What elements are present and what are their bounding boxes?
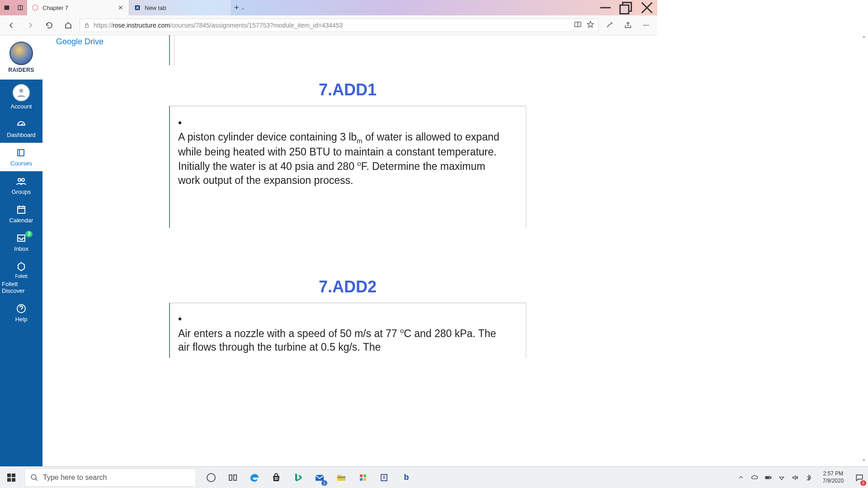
google-drive-link[interactable]: Google Drive	[56, 37, 104, 47]
svg-point-15	[19, 89, 24, 93]
problem-title: 7.ADD2	[169, 277, 526, 296]
minimize-button[interactable]	[595, 0, 616, 15]
titlebar-left: Chapter 7 ✕ New tab + ⌄	[0, 0, 247, 15]
follett-sublabel: Follett	[15, 274, 27, 279]
new-tab-button[interactable]: + ⌄	[231, 3, 247, 13]
lock-icon	[84, 22, 90, 28]
tab-new-tab[interactable]: New tab	[129, 0, 231, 15]
sidebar-item-label: Dashboard	[7, 131, 36, 138]
groups-icon	[15, 176, 28, 187]
problem-text: • Air enters a nozzle with a speed of 50…	[175, 312, 513, 354]
problem-box: • A piston cylinder device containing 3 …	[169, 106, 526, 228]
svg-rect-0	[5, 5, 9, 9]
url-actions	[574, 20, 594, 30]
page-content: RAIDERS Account Dashboard Courses Groups…	[0, 35, 657, 371]
browser-tabs: Chapter 7 ✕ New tab	[27, 0, 231, 15]
chevron-down-icon: ⌄	[241, 5, 245, 10]
sidebar-item-follett[interactable]: Follett Follett Discover	[0, 257, 42, 299]
home-button[interactable]	[61, 18, 76, 33]
tab-title: Chapter 7	[42, 5, 113, 11]
sidebar-item-label: Inbox	[14, 245, 28, 252]
svg-point-12	[643, 24, 644, 25]
newtab-favicon	[134, 4, 141, 11]
problem-card-1: 7.ADD1 • A piston cylinder device contai…	[169, 80, 526, 228]
tab-chapter-7[interactable]: Chapter 7 ✕	[27, 0, 129, 15]
sidebar-item-label: Help	[15, 316, 28, 323]
favorite-icon[interactable]	[586, 20, 594, 30]
svg-point-14	[647, 24, 648, 25]
browser-toolbar: https://rose.instructure.com/courses/784…	[0, 15, 657, 35]
restore-button[interactable]	[616, 0, 637, 15]
inbox-badge: 3	[25, 231, 33, 237]
tab-title: New tab	[145, 5, 226, 11]
sidebar-item-dashboard[interactable]: Dashboard	[0, 114, 42, 143]
plus-icon: +	[234, 3, 239, 13]
sidebar-item-inbox[interactable]: 3 Inbox	[0, 228, 42, 257]
sidebar-item-account[interactable]: Account	[0, 80, 42, 114]
share-icon[interactable]	[620, 18, 636, 33]
problem-body: Air enters a nozzle with a speed of 50 m…	[178, 326, 502, 354]
sidebar-item-help[interactable]: Help	[0, 299, 42, 323]
svg-rect-9	[85, 25, 89, 27]
document-column: 7.ADD1 • A piston cylinder device contai…	[169, 35, 526, 358]
sidebar-item-label: Calendar	[9, 217, 33, 224]
svg-point-2	[33, 5, 38, 10]
more-icon[interactable]	[638, 18, 654, 33]
bullet-icon: •	[178, 312, 186, 326]
svg-point-17	[18, 178, 21, 181]
window-controls	[595, 0, 657, 15]
svg-point-18	[22, 178, 24, 181]
address-bar[interactable]: https://rose.instructure.com/courses/784…	[80, 19, 599, 32]
problem-body: A piston cylinder device containing 3 lb…	[178, 130, 502, 188]
help-icon	[15, 303, 28, 314]
svg-rect-19	[18, 206, 25, 213]
app-icon	[3, 4, 11, 12]
brand-text: RAIDERS	[8, 67, 34, 73]
svg-rect-6	[620, 5, 629, 14]
courses-icon	[15, 147, 28, 158]
toolbar-right	[602, 18, 654, 33]
url-text: https://rose.instructure.com/courses/784…	[94, 22, 570, 29]
sidebar-item-courses[interactable]: Courses	[0, 143, 42, 171]
problem-box: • Air enters a nozzle with a speed of 50…	[169, 303, 526, 358]
calendar-icon	[15, 204, 28, 215]
raiders-logo	[9, 42, 33, 65]
sidebar-item-groups[interactable]: Groups	[0, 171, 42, 200]
sidebar-item-label: Account	[11, 103, 32, 110]
brand-logo-area[interactable]: RAIDERS	[0, 35, 42, 80]
sidebar-item-label: Follett Discover	[2, 281, 41, 294]
problem-card-2: 7.ADD2 • Air enters a nozzle with a spee…	[169, 277, 526, 358]
canvas-favicon	[32, 4, 39, 11]
svg-point-13	[646, 24, 646, 25]
notes-icon[interactable]	[602, 18, 618, 33]
reading-view-icon[interactable]	[574, 20, 582, 30]
follett-icon	[15, 261, 28, 272]
sidebar-item-label: Groups	[12, 188, 31, 195]
back-button[interactable]	[4, 18, 19, 33]
problem-title: 7.ADD1	[169, 80, 526, 99]
bullet-icon: •	[178, 116, 186, 130]
set-aside-icon[interactable]	[16, 4, 24, 12]
problem-text: • A piston cylinder device containing 3 …	[175, 116, 513, 188]
refresh-button[interactable]	[42, 18, 57, 33]
close-icon[interactable]: ✕	[117, 4, 124, 11]
avatar-icon	[13, 84, 30, 101]
sidebar-item-label: Courses	[10, 160, 32, 167]
sidebar-item-calendar[interactable]: Calendar	[0, 200, 42, 228]
dashboard-icon	[15, 119, 28, 130]
forward-button[interactable]	[23, 18, 38, 33]
close-button[interactable]	[637, 0, 657, 15]
content-area: Google Drive 7.ADD1 • A piston cylinder …	[42, 35, 657, 371]
window-titlebar: Chapter 7 ✕ New tab + ⌄	[0, 0, 657, 15]
canvas-sidebar: RAIDERS Account Dashboard Courses Groups…	[0, 35, 42, 371]
